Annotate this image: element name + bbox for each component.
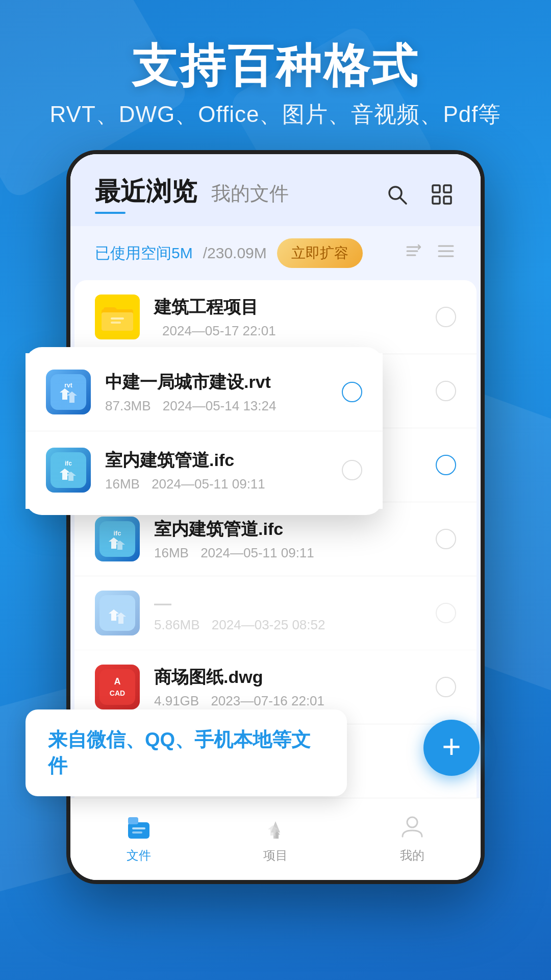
banner-text: 来自微信、QQ、手机本地等文件 [48,729,311,776]
svg-rect-32 [128,817,138,824]
fab-icon: + [442,730,461,763]
file-radio[interactable] [436,381,456,401]
float-file-info-ifc: 室内建筑管道.ifc 16MB 2024—05-11 09:11 [105,449,328,492]
file-radio[interactable] [342,382,362,402]
cad-icon2: A CAD [95,665,140,709]
bottom-nav: 文件 项目 我的 [70,798,481,880]
nav-tab-myfiles[interactable]: 我的文件 [211,181,289,207]
file-name: — [154,593,421,613]
fab-button[interactable]: + [423,720,480,776]
svg-rect-34 [132,831,142,834]
svg-rect-2 [433,185,440,192]
file-info-rvt2: — 5.86MB 2024—03-25 08:52 [154,593,421,633]
file-info-dwg2: 商场图纸.dwg 4.91GB 2023—07-16 22:01 [154,666,421,709]
storage-total: /230.09M [203,244,267,262]
svg-rect-23 [99,669,135,705]
file-name: 中建一局城市建设.rvt [105,371,328,394]
storage-actions [403,241,456,266]
projects-nav-label: 项目 [263,847,288,864]
svg-rect-20 [99,521,135,557]
file-meta: 5.86MB 2024—03-25 08:52 [154,617,421,633]
float-file-rvt[interactable]: rvt 中建一局城市建设.rvt 87.3MB 2024—05-14 13:24 [26,353,383,431]
nav-projects[interactable]: 项目 [259,811,292,864]
svg-text:ifc: ifc [65,460,72,467]
nav-underline [95,212,126,214]
expand-button[interactable]: 立即扩容 [277,238,363,268]
storage-used: 已使用空间5M [95,243,193,264]
float-file-ifc[interactable]: ifc 室内建筑管道.ifc 16MB 2024—05-11 09:11 [26,431,383,509]
svg-text:ifc: ifc [113,529,121,537]
app-nav: 最近浏览 我的文件 [70,154,481,226]
float-file-info-rvt: 中建一局城市建设.rvt 87.3MB 2024—05-14 13:24 [105,371,328,414]
svg-text:A: A [114,676,121,687]
sub-title: RVT、DWG、Office、图片、音视频、Pdf等 [0,100,551,130]
float-ifc-icon: ifc [46,448,91,493]
bottom-banner: 来自微信、QQ、手机本地等文件 [26,709,347,796]
nav-tab-recent[interactable]: 最近浏览 [95,175,197,214]
nav-left: 最近浏览 我的文件 [95,175,289,214]
svg-rect-5 [444,197,451,204]
svg-rect-13 [111,317,124,320]
rvt-icon2 [95,591,140,635]
file-radio[interactable] [436,455,456,475]
sort-icon[interactable] [403,241,423,266]
svg-line-1 [400,198,406,204]
float-rvt-icon: rvt [46,370,91,414]
floating-card: rvt 中建一局城市建设.rvt 87.3MB 2024—05-14 13:24 [26,347,383,515]
file-radio[interactable] [436,529,456,549]
nav-icons [383,180,456,209]
files-nav-icon [122,811,155,843]
file-name: 室内建筑管道.ifc [154,518,421,541]
file-meta: 16MB 2024—05-11 09:11 [154,545,421,561]
file-item-rvt2[interactable]: — 5.86MB 2024—03-25 08:52 [74,576,477,650]
file-name: 室内建筑管道.ifc [105,449,328,472]
file-meta: 16MB 2024—05-11 09:11 [105,476,328,492]
storage-bar: 已使用空间5M /230.09M 立即扩容 [70,226,481,280]
ifc-icon: ifc [95,517,140,561]
nav-files[interactable]: 文件 [122,811,155,864]
svg-rect-38 [51,452,86,488]
file-info-folder: 建筑工程项目 2024—05-17 22:01 [154,296,421,339]
file-meta: 4.91GB 2023—07-16 22:01 [154,693,421,709]
svg-rect-4 [433,197,440,204]
mine-nav-icon [396,811,429,843]
svg-rect-33 [132,827,145,829]
list-icon[interactable] [436,241,456,266]
file-radio[interactable] [342,460,362,480]
file-info-ifc: 室内建筑管道.ifc 16MB 2024—05-11 09:11 [154,518,421,561]
main-title: 支持百种格式 [0,41,551,91]
projects-nav-icon [259,811,292,843]
header-section: 支持百种格式 RVT、DWG、Office、图片、音视频、Pdf等 [0,0,551,150]
file-item-folder[interactable]: 建筑工程项目 2024—05-17 22:01 [74,280,477,354]
svg-rect-14 [111,322,121,324]
file-radio[interactable] [436,677,456,697]
file-name: 商场图纸.dwg [154,666,421,689]
file-radio[interactable] [436,603,456,623]
svg-rect-3 [444,185,451,192]
file-name: 建筑工程项目 [154,296,421,319]
svg-text:CAD: CAD [110,689,125,697]
file-radio[interactable] [436,307,456,327]
file-meta: 2024—05-17 22:01 [154,323,421,339]
search-button[interactable] [383,180,411,209]
svg-rect-31 [128,822,149,839]
nav-mine[interactable]: 我的 [396,811,429,864]
mine-nav-label: 我的 [400,847,424,864]
folder-icon [95,295,140,339]
files-nav-label: 文件 [127,847,151,864]
fullscreen-button[interactable] [428,180,456,209]
file-meta: 87.3MB 2024—05-14 13:24 [105,398,328,414]
svg-point-35 [407,817,417,827]
svg-text:rvt: rvt [64,382,72,389]
